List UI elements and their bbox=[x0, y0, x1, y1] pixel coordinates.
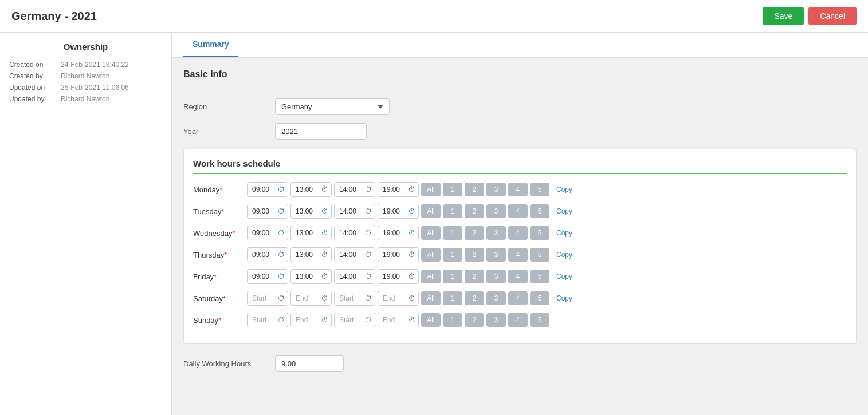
time-input-0[interactable] bbox=[247, 313, 288, 327]
day-btn-4[interactable]: 4 bbox=[508, 248, 528, 262]
day-btn-1[interactable]: 1 bbox=[443, 291, 462, 305]
time-input-wrap-0: ⏱ bbox=[247, 291, 288, 306]
day-btn-All[interactable]: All bbox=[421, 204, 441, 218]
time-input-1[interactable] bbox=[290, 313, 332, 327]
day-btn-1[interactable]: 1 bbox=[443, 248, 462, 262]
copy-link[interactable]: Copy bbox=[556, 251, 572, 259]
day-btn-5[interactable]: 5 bbox=[530, 270, 549, 283]
time-input-1[interactable] bbox=[290, 226, 332, 240]
time-input-1[interactable] bbox=[290, 182, 332, 197]
day-btn-3[interactable]: 3 bbox=[486, 204, 506, 218]
day-btn-All[interactable]: All bbox=[421, 313, 441, 327]
day-btn-2[interactable]: 2 bbox=[465, 183, 484, 196]
time-input-1[interactable] bbox=[290, 204, 332, 219]
time-input-wrap-2: ⏱ bbox=[334, 204, 375, 219]
day-btn-All[interactable]: All bbox=[421, 226, 441, 240]
day-btn-4[interactable]: 4 bbox=[508, 270, 528, 283]
sidebar-row-label: Created on bbox=[9, 61, 61, 69]
cancel-button[interactable]: Cancel bbox=[808, 7, 857, 25]
time-input-3[interactable] bbox=[378, 226, 419, 240]
copy-link[interactable]: Copy bbox=[556, 207, 572, 215]
time-input-2[interactable] bbox=[334, 182, 375, 197]
day-btn-2[interactable]: 2 bbox=[465, 226, 484, 240]
day-btn-1[interactable]: 1 bbox=[443, 204, 462, 218]
day-btn-4[interactable]: 4 bbox=[508, 183, 528, 196]
day-btn-2[interactable]: 2 bbox=[465, 313, 484, 327]
time-input-1[interactable] bbox=[290, 291, 332, 306]
time-input-wrap-1: ⏱ bbox=[290, 182, 332, 197]
day-btn-5[interactable]: 5 bbox=[530, 291, 549, 305]
time-input-0[interactable] bbox=[247, 291, 288, 306]
schedule-day-row: Sunday*⏱⏱⏱⏱All12345 bbox=[193, 313, 847, 327]
daily-hours-input[interactable] bbox=[275, 355, 344, 372]
day-btn-2[interactable]: 2 bbox=[465, 248, 484, 262]
day-label: Wednesday* bbox=[193, 229, 245, 238]
time-input-2[interactable] bbox=[334, 204, 375, 219]
time-input-0[interactable] bbox=[247, 204, 288, 219]
schedule-day-row: Monday*⏱⏱⏱⏱All12345Copy bbox=[193, 182, 847, 197]
time-input-2[interactable] bbox=[334, 313, 375, 327]
day-btn-4[interactable]: 4 bbox=[508, 313, 528, 327]
time-input-wrap-0: ⏱ bbox=[247, 247, 288, 262]
day-btn-2[interactable]: 2 bbox=[465, 270, 484, 283]
day-btn-4[interactable]: 4 bbox=[508, 226, 528, 240]
region-select[interactable]: Germany France Spain Italy bbox=[275, 98, 390, 115]
time-input-0[interactable] bbox=[247, 226, 288, 240]
day-btn-3[interactable]: 3 bbox=[486, 270, 506, 283]
day-btn-3[interactable]: 3 bbox=[486, 226, 506, 240]
time-input-3[interactable] bbox=[378, 269, 419, 284]
time-input-3[interactable] bbox=[378, 204, 419, 219]
day-btn-2[interactable]: 2 bbox=[465, 204, 484, 218]
time-input-2[interactable] bbox=[334, 226, 375, 240]
time-input-2[interactable] bbox=[334, 269, 375, 284]
copy-link[interactable]: Copy bbox=[556, 229, 572, 237]
year-input[interactable] bbox=[275, 123, 367, 140]
time-input-wrap-3: ⏱ bbox=[378, 226, 419, 240]
time-input-3[interactable] bbox=[378, 291, 419, 306]
day-btn-3[interactable]: 3 bbox=[486, 291, 506, 305]
day-btn-3[interactable]: 3 bbox=[486, 183, 506, 196]
day-btn-5[interactable]: 5 bbox=[530, 226, 549, 240]
day-label: Tuesday* bbox=[193, 207, 245, 216]
day-btn-All[interactable]: All bbox=[421, 270, 441, 283]
day-btn-3[interactable]: 3 bbox=[486, 248, 506, 262]
day-btn-1[interactable]: 1 bbox=[443, 270, 462, 283]
time-input-3[interactable] bbox=[378, 313, 419, 327]
time-input-2[interactable] bbox=[334, 247, 375, 262]
time-input-1[interactable] bbox=[290, 269, 332, 284]
sidebar-row-value: Richard Newton bbox=[61, 72, 109, 80]
day-btn-1[interactable]: 1 bbox=[443, 226, 462, 240]
copy-link[interactable]: Copy bbox=[556, 272, 572, 280]
time-input-2[interactable] bbox=[334, 291, 375, 306]
time-input-3[interactable] bbox=[378, 182, 419, 197]
day-btn-5[interactable]: 5 bbox=[530, 313, 549, 327]
day-btn-3[interactable]: 3 bbox=[486, 313, 506, 327]
day-btn-All[interactable]: All bbox=[421, 183, 441, 196]
section-basic-info: Basic Info Region Germany France Spain I… bbox=[183, 69, 857, 140]
day-btn-1[interactable]: 1 bbox=[443, 183, 462, 196]
day-btn-All[interactable]: All bbox=[421, 291, 441, 305]
day-btn-1[interactable]: 1 bbox=[443, 313, 462, 327]
day-btn-5[interactable]: 5 bbox=[530, 204, 549, 218]
day-btn-All[interactable]: All bbox=[421, 248, 441, 262]
required-star: * bbox=[232, 230, 235, 238]
time-input-3[interactable] bbox=[378, 247, 419, 262]
day-btn-5[interactable]: 5 bbox=[530, 183, 549, 196]
save-button[interactable]: Save bbox=[763, 7, 804, 25]
time-input-wrap-2: ⏱ bbox=[334, 182, 375, 197]
tab-summary[interactable]: Summary bbox=[183, 33, 238, 57]
time-input-0[interactable] bbox=[247, 247, 288, 262]
day-btn-2[interactable]: 2 bbox=[465, 291, 484, 305]
day-btn-4[interactable]: 4 bbox=[508, 291, 528, 305]
time-input-0[interactable] bbox=[247, 269, 288, 284]
copy-link[interactable]: Copy bbox=[556, 294, 572, 302]
day-btn-4[interactable]: 4 bbox=[508, 204, 528, 218]
copy-link[interactable]: Copy bbox=[556, 185, 572, 193]
time-input-1[interactable] bbox=[290, 247, 332, 262]
required-star: * bbox=[223, 295, 226, 303]
day-btn-5[interactable]: 5 bbox=[530, 248, 549, 262]
required-star: * bbox=[224, 251, 227, 259]
required-star: * bbox=[218, 317, 221, 325]
sidebar-row: Updated on25-Feb-2021 11:06:06 bbox=[9, 84, 162, 92]
time-input-0[interactable] bbox=[247, 182, 288, 197]
